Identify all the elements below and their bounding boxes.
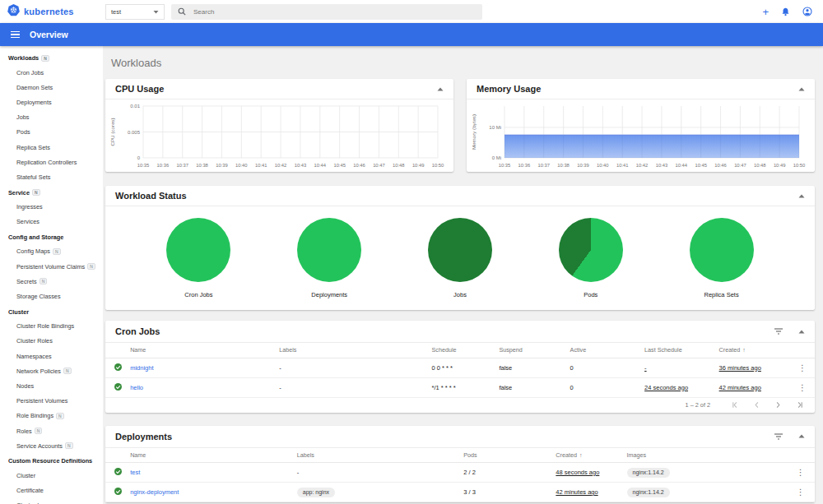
kubernetes-logo-icon — [7, 4, 20, 20]
namespaced-badge: N — [40, 278, 48, 284]
namespace-select[interactable]: test — [105, 4, 165, 20]
sidebar-item-cluster-issuer[interactable]: Cluster Issuer — [0, 498, 103, 504]
resource-link[interactable]: hello — [130, 384, 143, 391]
menu-column-header — [787, 448, 816, 463]
svg-text:10:36: 10:36 — [518, 163, 531, 168]
column-header-pods: Pods — [463, 448, 556, 463]
first-page-icon[interactable] — [732, 401, 739, 409]
sidebar-item-role-bindings[interactable]: Role BindingsN — [0, 409, 103, 423]
cell-pods: 2 / 2 — [463, 463, 556, 483]
cell-value: 0 — [570, 364, 574, 372]
column-header-created[interactable]: Created↑ — [556, 448, 626, 463]
column-header-suspend: Suspend — [499, 343, 570, 358]
sidebar-item-cluster[interactable]: Cluster — [0, 468, 103, 483]
svg-text:10:36: 10:36 — [157, 163, 170, 168]
cell-last-schedule: 24 seconds ago — [644, 377, 719, 397]
account-icon[interactable] — [802, 7, 812, 16]
sidebar-item-network-policies[interactable]: Network PoliciesN — [0, 363, 103, 378]
collapse-icon[interactable] — [798, 330, 805, 334]
sidebar-item-stateful-sets[interactable]: Stateful Sets — [0, 169, 103, 184]
sidebar-item-replication-controllers[interactable]: Replication Controllers — [0, 155, 103, 169]
search-icon — [178, 4, 186, 19]
chevron-right-icon[interactable] — [774, 401, 782, 409]
chevron-left-icon[interactable] — [753, 401, 760, 409]
cell-images: nginx:1.14.2 — [627, 483, 787, 502]
sidebar-item-cron-jobs[interactable]: Cron Jobs — [0, 65, 103, 80]
collapse-icon[interactable] — [798, 194, 805, 198]
kubernetes-logo[interactable]: kubernetes — [0, 4, 99, 20]
search-input[interactable] — [193, 8, 476, 16]
collapse-icon[interactable] — [798, 434, 805, 438]
plus-icon[interactable]: + — [762, 7, 769, 17]
sidebar-item-ingresses[interactable]: Ingresses — [0, 200, 103, 215]
sidebar-item-storage-classes[interactable]: Storage Classes — [0, 289, 103, 303]
svg-text:10:44: 10:44 — [314, 163, 327, 168]
resource-link[interactable]: nginx-deployment — [130, 488, 179, 496]
sidebar-section-config-and-storage: Config and Storage — [0, 229, 103, 244]
appbar-title: Overview — [30, 30, 68, 39]
cron-jobs-card: Cron Jobs Nam — [105, 321, 815, 413]
namespaced-badge: N — [32, 189, 40, 196]
cell-created: 36 minutes ago — [719, 358, 790, 377]
sidebar-item-namespaces[interactable]: Namespaces — [0, 349, 103, 363]
sidebar-item-daemon-sets[interactable]: Daemon Sets — [0, 80, 103, 95]
cell-created: 48 seconds ago — [556, 463, 626, 483]
row-menu-icon[interactable]: ⋮ — [790, 377, 815, 397]
bell-icon[interactable] — [781, 7, 790, 16]
sidebar-item-roles[interactable]: RolesN — [0, 423, 103, 438]
cpu-usage-chart: 10:3510:3610:3710:3810:3910:4010:4110:42… — [105, 99, 453, 173]
sidebar-item-deployments[interactable]: Deployments — [0, 95, 103, 109]
sidebar-item-pods[interactable]: Pods — [0, 125, 103, 140]
cell-images: nginx:1.14.2 — [627, 463, 787, 483]
sidebar-item-services[interactable]: Services — [0, 215, 103, 229]
svg-text:10:48: 10:48 — [393, 163, 405, 168]
row-menu-icon[interactable]: ⋮ — [787, 483, 816, 502]
collapse-icon[interactable] — [798, 87, 805, 91]
row-status — [105, 377, 130, 397]
svg-text:10:35: 10:35 — [499, 163, 511, 168]
sort-asc-icon: ↑ — [742, 346, 746, 354]
svg-text:10:38: 10:38 — [557, 163, 570, 168]
cell-labels: - — [279, 377, 431, 397]
cell-active: 0 — [570, 377, 645, 397]
sidebar-item-config-maps[interactable]: Config MapsN — [0, 244, 103, 259]
row-status — [105, 463, 130, 483]
collapse-icon[interactable] — [437, 87, 444, 91]
cell-value: - — [279, 364, 281, 372]
cell-value: 42 minutes ago — [719, 384, 761, 391]
status-column-header — [105, 343, 130, 358]
cron-jobs-table: NameLabelsScheduleSuspendActiveLast Sche… — [105, 343, 815, 398]
column-header-active: Active — [570, 343, 645, 358]
svg-text:10:37: 10:37 — [176, 163, 188, 168]
column-header-created[interactable]: Created↑ — [719, 343, 790, 358]
cell-value: 24 seconds ago — [644, 384, 688, 391]
filter-icon[interactable] — [774, 328, 783, 335]
sidebar-item-persistent-volumes[interactable]: Persistent Volumes — [0, 394, 103, 409]
menu-icon[interactable] — [11, 31, 20, 39]
pie-label: Deployments — [311, 291, 347, 298]
sidebar-item-jobs[interactable]: Jobs — [0, 110, 103, 125]
sort-asc-icon: ↑ — [579, 451, 583, 459]
svg-text:0: 0 — [137, 155, 141, 160]
row-menu-icon[interactable]: ⋮ — [790, 358, 815, 377]
topbar: kubernetes test + — [0, 0, 823, 23]
last-page-icon[interactable] — [796, 401, 803, 409]
sidebar-item-replica-sets[interactable]: Replica Sets — [0, 140, 103, 155]
sidebar-item-certificate[interactable]: Certificate — [0, 483, 103, 498]
cell-value: - — [297, 469, 300, 476]
resource-link[interactable]: test — [130, 469, 140, 476]
filter-icon[interactable] — [774, 433, 783, 440]
row-menu-icon[interactable]: ⋮ — [787, 463, 816, 483]
sidebar-item-service-accounts[interactable]: Service AccountsN — [0, 438, 103, 453]
sidebar-item-nodes[interactable]: Nodes — [0, 378, 103, 393]
sidebar-item-cluster-role-bindings[interactable]: Cluster Role Bindings — [0, 319, 103, 334]
table-row: hello-*/1 * * * *false024 seconds ago42 … — [105, 377, 815, 397]
svg-text:0 Mi: 0 Mi — [492, 155, 501, 160]
sidebar-item-secrets[interactable]: SecretsN — [0, 274, 103, 289]
search-bar[interactable] — [171, 4, 482, 20]
sidebar-item-persistent-volume-claims[interactable]: Persistent Volume ClaimsN — [0, 259, 103, 274]
resource-link[interactable]: midnight — [130, 364, 153, 372]
sidebar-item-cluster-roles[interactable]: Cluster Roles — [0, 334, 103, 349]
svg-text:CPU (cores): CPU (cores) — [109, 118, 115, 146]
svg-text:Memory (bytes): Memory (bytes) — [471, 114, 477, 150]
